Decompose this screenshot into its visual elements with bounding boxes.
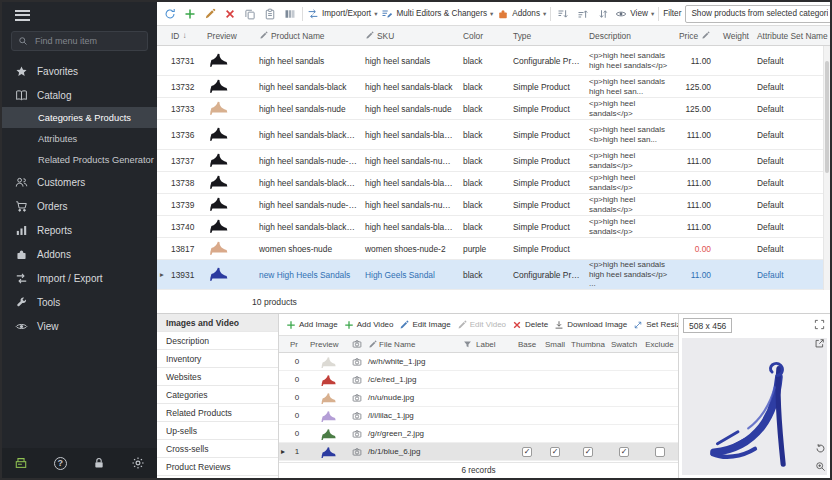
rotate-button[interactable] (813, 441, 828, 456)
store-button[interactable] (2, 448, 41, 478)
add-image-button[interactable]: Add Image (286, 320, 338, 330)
product-row[interactable]: 13731high heel sandalshigh heel sandalsb… (157, 46, 830, 76)
paste-button[interactable] (262, 6, 278, 22)
tab-description[interactable]: Description (157, 332, 278, 350)
exclude-checkbox[interactable] (655, 447, 665, 457)
menu-search-input[interactable] (33, 35, 141, 47)
product-row[interactable]: 13740high heel sandals-black-38high heel… (157, 216, 830, 238)
tab-up-sells[interactable]: Up-sells (157, 422, 278, 440)
row-expand-toggle[interactable]: ▸ (157, 270, 167, 279)
tab-related-products[interactable]: Related Products (157, 404, 278, 422)
media-row[interactable]: 0/n/u/nude.jpg (279, 389, 678, 407)
tab-product-reviews[interactable]: Product Reviews (157, 458, 278, 476)
col-file-name[interactable]: File Name (365, 340, 461, 349)
sidebar-search[interactable] (11, 31, 148, 51)
add-video-button[interactable]: Add Video (344, 320, 394, 330)
thumbnail-checkbox[interactable]: ✓ (583, 447, 593, 457)
col-description[interactable]: Description (585, 31, 675, 41)
download-image-button[interactable]: Download Image (554, 320, 627, 330)
sidebar-item-import-export[interactable]: Import / Export (2, 266, 157, 290)
row-expand-toggle[interactable]: ▸ (279, 447, 287, 456)
product-row[interactable]: ▸13931new High Heels SandalsHigh Geels S… (157, 260, 830, 290)
addons-menu[interactable]: Addons▾ (497, 8, 546, 20)
menu-toggle-button[interactable] (2, 2, 157, 28)
media-row[interactable]: 0/c/e/red_1.jpg (279, 371, 678, 389)
sort-asc-button[interactable] (555, 6, 571, 22)
tab-cross-sells[interactable]: Cross-sells (157, 440, 278, 458)
help-button[interactable]: ? (41, 448, 80, 478)
sort-desc-button[interactable] (575, 6, 591, 22)
sidebar-item-related-products-generator[interactable]: Related Products Generator (2, 149, 157, 170)
refresh-button[interactable] (162, 6, 178, 22)
col-weight[interactable]: Weight (719, 31, 753, 41)
delete-product-button[interactable] (222, 6, 238, 22)
tab-inventory[interactable]: Inventory (157, 350, 278, 368)
product-row[interactable]: 13739high heel sandals-nude-37high heel … (157, 194, 830, 216)
base-checkbox[interactable]: ✓ (522, 447, 532, 457)
small-checkbox[interactable]: ✓ (550, 447, 560, 457)
view-menu[interactable]: View▾ (615, 8, 654, 20)
lock-button[interactable] (80, 448, 119, 478)
media-row[interactable]: 0/w/h/white_1.jpg (279, 353, 678, 371)
col-color[interactable]: Color (459, 31, 509, 41)
delete-button[interactable]: Delete (512, 320, 548, 330)
col-product-name[interactable]: Product Name (255, 31, 361, 41)
multi-editors-menu[interactable]: Multi Editors & Changers▾ (381, 8, 493, 20)
col-price[interactable]: Price (675, 31, 719, 41)
sidebar-item-attributes[interactable]: Attributes (2, 128, 157, 149)
product-row[interactable]: 13817women shoes-nudewomen shoes-nude-2p… (157, 238, 830, 260)
col-thumbnail[interactable]: Thumbna (569, 340, 607, 349)
open-external-button[interactable] (812, 336, 827, 351)
scrollbar-thumb[interactable] (825, 61, 829, 173)
media-row[interactable]: 0/g/r/green_2.jpg (279, 425, 678, 443)
fullscreen-button[interactable] (812, 317, 827, 332)
set-resize-rule-button[interactable]: Set Resize Rule (633, 320, 678, 330)
col-type[interactable]: Type (509, 31, 585, 41)
tab-websites[interactable]: Websites (157, 368, 278, 386)
cell-color: black (459, 82, 509, 92)
cell-id: 13738 (167, 178, 203, 188)
sidebar-item-tools[interactable]: Tools (2, 290, 157, 314)
col-priority[interactable]: Pr (287, 340, 307, 349)
columns-button[interactable] (282, 6, 298, 22)
settings-button[interactable] (118, 448, 157, 478)
category-filter-select[interactable]: Show products from selected categories▾ (685, 5, 830, 23)
product-row[interactable]: 13737high heel sandals-nude-36high heel … (157, 150, 830, 172)
col-id[interactable]: ID↓ (167, 31, 203, 41)
product-row[interactable]: 13736high heel sandals-black-36high heel… (157, 120, 830, 150)
col-preview[interactable]: Preview (307, 340, 349, 349)
sidebar-item-reports[interactable]: Reports (2, 218, 157, 242)
col-sku[interactable]: SKU (361, 31, 459, 41)
col-attribute-set[interactable]: Attribute Set Name (753, 31, 830, 41)
col-small[interactable]: Small (541, 340, 569, 349)
media-row[interactable]: 0/l/i/lilac_1.jpg (279, 407, 678, 425)
sidebar-item-view[interactable]: View (2, 314, 157, 338)
col-preview[interactable]: Preview (203, 31, 255, 41)
tab-images-and-video[interactable]: Images and Video (157, 314, 278, 332)
media-row[interactable]: ▸1/b/1/blue_6.jpg✓✓✓✓ (279, 443, 678, 461)
col-swatch[interactable]: Swatch (607, 340, 641, 349)
product-row[interactable]: 13738high heel sandals-black-37high heel… (157, 172, 830, 194)
sidebar-item-categories-products[interactable]: Categories & Products (2, 107, 157, 128)
sidebar-item-customers[interactable]: Customers (2, 170, 157, 194)
edit-product-button[interactable] (202, 6, 218, 22)
col-base[interactable]: Base (513, 340, 541, 349)
sidebar-item-orders[interactable]: Orders (2, 194, 157, 218)
import-export-menu[interactable]: Import/Export▾ (307, 8, 377, 20)
copy-button[interactable] (242, 6, 258, 22)
sidebar-item-addons[interactable]: Addons (2, 242, 157, 266)
add-product-button[interactable] (182, 6, 198, 22)
swatch-checkbox[interactable]: ✓ (619, 447, 629, 457)
col-label[interactable]: Label (473, 340, 513, 349)
sidebar-item-catalog[interactable]: Catalog (2, 83, 157, 107)
zoom-button[interactable] (813, 459, 828, 474)
tab-categories[interactable]: Categories (157, 386, 278, 404)
col-filter[interactable] (461, 340, 473, 349)
sidebar-item-favorites[interactable]: Favorites (2, 59, 157, 83)
product-row[interactable]: 13732high heel sandals-blackhigh heel sa… (157, 76, 830, 98)
col-exclude[interactable]: Exclude (641, 340, 678, 349)
vertical-scrollbar[interactable] (823, 46, 830, 290)
edit-image-button[interactable]: Edit Image (399, 320, 450, 330)
product-row[interactable]: 13733high heel sandals-nudehigh heel san… (157, 98, 830, 120)
sort-reset-button[interactable] (595, 6, 611, 22)
